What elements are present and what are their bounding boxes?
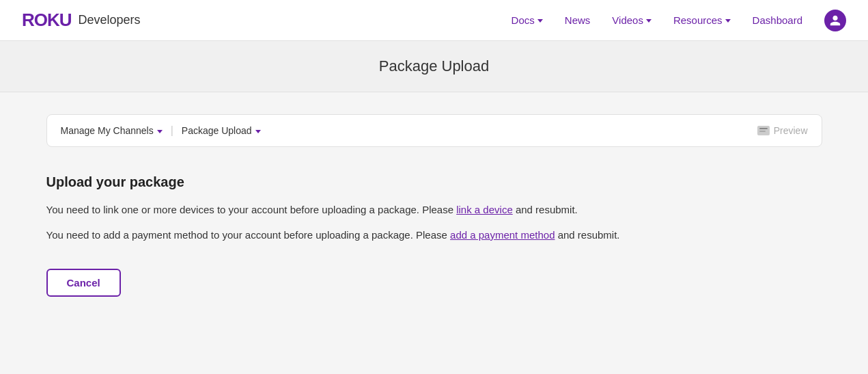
nav-links: Docs News Videos Resources Dashboard xyxy=(512,10,846,31)
main-content: Manage My Channels | Package Upload Prev… xyxy=(25,114,844,297)
chevron-down-icon xyxy=(255,130,261,133)
chevron-down-icon xyxy=(725,19,731,23)
breadcrumb-preview[interactable]: Preview xyxy=(757,125,808,136)
nav-docs[interactable]: Docs xyxy=(512,14,543,26)
upload-section: Upload your package You need to link one… xyxy=(46,174,822,297)
nav-resources[interactable]: Resources xyxy=(673,14,731,26)
nav-bar: ROKU Developers Docs News Videos Resourc… xyxy=(0,0,868,41)
cancel-button[interactable]: Cancel xyxy=(46,269,121,297)
roku-logo: ROKU xyxy=(22,10,72,31)
chevron-down-icon xyxy=(537,19,543,23)
brand-tagline: Developers xyxy=(79,13,141,27)
upload-heading: Upload your package xyxy=(46,174,822,190)
link-device-message: You need to link one or more devices to … xyxy=(46,202,822,218)
page-title: Package Upload xyxy=(0,57,868,75)
nav-videos[interactable]: Videos xyxy=(612,14,652,26)
brand-logo[interactable]: ROKU Developers xyxy=(22,10,141,31)
user-avatar[interactable] xyxy=(824,10,846,31)
breadcrumb-manage-channels[interactable]: Manage My Channels xyxy=(61,125,163,136)
add-payment-link[interactable]: add a payment method xyxy=(450,229,555,241)
breadcrumb-separator: | xyxy=(171,124,173,137)
chevron-down-icon xyxy=(646,19,652,23)
preview-icon xyxy=(757,126,770,135)
breadcrumb-package-upload[interactable]: Package Upload xyxy=(182,125,261,136)
breadcrumb-bar: Manage My Channels | Package Upload Prev… xyxy=(46,114,822,147)
nav-dashboard[interactable]: Dashboard xyxy=(753,14,802,26)
page-header: Package Upload xyxy=(0,41,868,92)
link-device-link[interactable]: link a device xyxy=(456,204,513,215)
chevron-down-icon xyxy=(157,130,163,133)
payment-method-message: You need to add a payment method to your… xyxy=(46,228,822,243)
nav-news[interactable]: News xyxy=(565,14,591,26)
